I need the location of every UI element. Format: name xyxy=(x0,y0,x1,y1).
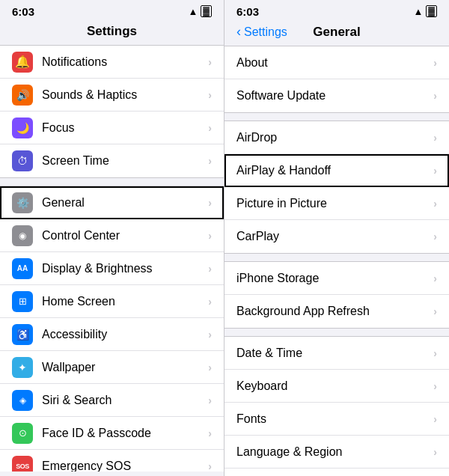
display-label: Display & Brightness xyxy=(42,262,208,275)
right-section-3: iPhone Storage › Background App Refresh … xyxy=(224,261,449,329)
emergency-chevron: › xyxy=(208,460,212,472)
right-item-iphone-storage[interactable]: iPhone Storage › xyxy=(224,262,449,295)
iphone-storage-label: iPhone Storage xyxy=(236,272,433,285)
sidebar-item-home-screen[interactable]: ⊞ Home Screen › xyxy=(0,285,224,318)
home-screen-chevron: › xyxy=(208,296,212,308)
screen-time-icon: ⏱ xyxy=(12,150,33,171)
notifications-icon: 🔔 xyxy=(12,52,33,73)
date-time-label: Date & Time xyxy=(236,347,433,360)
accessibility-label: Accessibility xyxy=(42,328,208,341)
language-region-chevron: › xyxy=(433,446,437,458)
control-center-label: Control Center xyxy=(42,229,208,242)
right-settings-list[interactable]: About › Software Update › AirDrop › AirP… xyxy=(224,46,449,476)
left-time: 6:03 xyxy=(12,5,34,18)
right-title: General xyxy=(313,25,360,40)
screen-time-chevron: › xyxy=(208,155,212,167)
right-item-keyboard[interactable]: Keyboard › xyxy=(224,370,449,403)
left-title: Settings xyxy=(87,24,137,38)
right-status-bar: 6:03 ▲ ▓ xyxy=(224,0,449,21)
left-gap-1 xyxy=(0,178,224,186)
sidebar-item-wallpaper[interactable]: ✦ Wallpaper › xyxy=(0,351,224,384)
left-status-icons: ▲ ▓ xyxy=(188,5,212,17)
keyboard-label: Keyboard xyxy=(236,379,433,393)
right-item-about[interactable]: About › xyxy=(224,46,449,79)
home-screen-icon: ⊞ xyxy=(12,291,33,312)
right-item-carplay[interactable]: CarPlay › xyxy=(224,220,449,253)
airdrop-label: AirDrop xyxy=(236,131,433,144)
sidebar-item-faceid[interactable]: ⊙ Face ID & Passcode › xyxy=(0,417,224,450)
right-wifi-icon: ▲ xyxy=(413,6,423,17)
notifications-label: Notifications xyxy=(42,55,208,69)
about-label: About xyxy=(236,56,433,70)
focus-label: Focus xyxy=(42,121,208,135)
wifi-icon: ▲ xyxy=(188,6,198,17)
control-center-icon: ◉ xyxy=(12,225,33,246)
right-item-fonts[interactable]: Fonts › xyxy=(224,403,449,436)
sidebar-item-sounds[interactable]: 🔊 Sounds & Haptics › xyxy=(0,79,224,112)
software-update-label: Software Update xyxy=(236,89,433,103)
screen-time-label: Screen Time xyxy=(42,154,208,168)
sidebar-item-emergency[interactable]: SOS Emergency SOS › xyxy=(0,450,224,472)
right-item-background-refresh[interactable]: Background App Refresh › xyxy=(224,295,449,328)
siri-icon: ◈ xyxy=(12,390,33,411)
home-screen-label: Home Screen xyxy=(42,295,208,308)
faceid-icon: ⊙ xyxy=(12,423,33,444)
sidebar-item-display[interactable]: AA Display & Brightness › xyxy=(0,252,224,285)
right-item-date-time[interactable]: Date & Time › xyxy=(224,337,449,370)
right-item-language-region[interactable]: Language & Region › xyxy=(224,436,449,469)
right-section-2: AirDrop › AirPlay & Handoff › Picture in… xyxy=(224,120,449,254)
sidebar-item-notifications[interactable]: 🔔 Notifications › xyxy=(0,46,224,79)
sounds-chevron: › xyxy=(208,89,212,101)
right-gap-1 xyxy=(224,113,449,120)
airdrop-chevron: › xyxy=(433,132,437,144)
sidebar-item-focus[interactable]: 🌙 Focus › xyxy=(0,112,224,144)
sidebar-item-accessibility[interactable]: ♿ Accessibility › xyxy=(0,318,224,351)
focus-chevron: › xyxy=(208,122,212,134)
siri-chevron: › xyxy=(208,394,212,406)
right-item-airplay-handoff[interactable]: AirPlay & Handoff › xyxy=(224,154,449,187)
general-label: General xyxy=(42,196,208,210)
display-icon: AA xyxy=(12,258,33,279)
back-button[interactable]: ‹ Settings xyxy=(236,24,287,40)
language-region-label: Language & Region xyxy=(236,445,433,459)
right-panel: 6:03 ▲ ▓ ‹ Settings General About › Soft… xyxy=(224,0,449,476)
right-item-picture-in-picture[interactable]: Picture in Picture › xyxy=(224,187,449,220)
left-status-bar: 6:03 ▲ ▓ xyxy=(0,0,224,21)
sidebar-item-screen-time[interactable]: ⏱ Screen Time › xyxy=(0,144,224,177)
right-status-icons: ▲ ▓ xyxy=(413,5,437,17)
keyboard-chevron: › xyxy=(433,380,437,392)
left-section-1: 🔔 Notifications › 🔊 Sounds & Haptics › 🌙… xyxy=(0,45,224,178)
left-scroll-bar-area xyxy=(0,472,224,476)
focus-icon: 🌙 xyxy=(12,118,33,138)
pip-label: Picture in Picture xyxy=(236,197,433,210)
background-refresh-label: Background App Refresh xyxy=(236,305,433,318)
sidebar-item-general[interactable]: ⚙️ General › xyxy=(0,186,224,219)
wallpaper-icon: ✦ xyxy=(12,357,33,378)
accessibility-chevron: › xyxy=(208,329,212,341)
left-settings-list[interactable]: 🔔 Notifications › 🔊 Sounds & Haptics › 🌙… xyxy=(0,45,224,472)
right-item-dictionary[interactable]: Dictionary › xyxy=(224,469,449,476)
display-chevron: › xyxy=(208,263,212,275)
wallpaper-chevron: › xyxy=(208,361,212,373)
fonts-chevron: › xyxy=(433,413,437,425)
sounds-icon: 🔊 xyxy=(12,85,33,106)
back-chevron-icon: ‹ xyxy=(236,24,241,40)
carplay-chevron: › xyxy=(433,231,437,242)
carplay-label: CarPlay xyxy=(236,230,433,243)
airplay-handoff-label: AirPlay & Handoff xyxy=(236,164,433,177)
right-item-software-update[interactable]: Software Update › xyxy=(224,79,449,112)
left-panel: 6:03 ▲ ▓ Settings 🔔 Notifications › 🔊 So… xyxy=(0,0,224,476)
software-update-chevron: › xyxy=(433,90,437,102)
accessibility-icon: ♿ xyxy=(12,324,33,345)
wallpaper-label: Wallpaper xyxy=(42,361,208,374)
left-nav-header: Settings xyxy=(0,21,224,45)
notifications-chevron: › xyxy=(208,56,212,68)
fonts-label: Fonts xyxy=(236,412,433,426)
background-refresh-chevron: › xyxy=(433,305,437,317)
left-section-2: ⚙️ General › ◉ Control Center › AA Displ… xyxy=(0,186,224,472)
general-chevron: › xyxy=(208,197,212,209)
sidebar-item-control-center[interactable]: ◉ Control Center › xyxy=(0,219,224,252)
right-item-airdrop[interactable]: AirDrop › xyxy=(224,121,449,154)
faceid-chevron: › xyxy=(208,427,212,439)
sidebar-item-siri[interactable]: ◈ Siri & Search › xyxy=(0,384,224,417)
